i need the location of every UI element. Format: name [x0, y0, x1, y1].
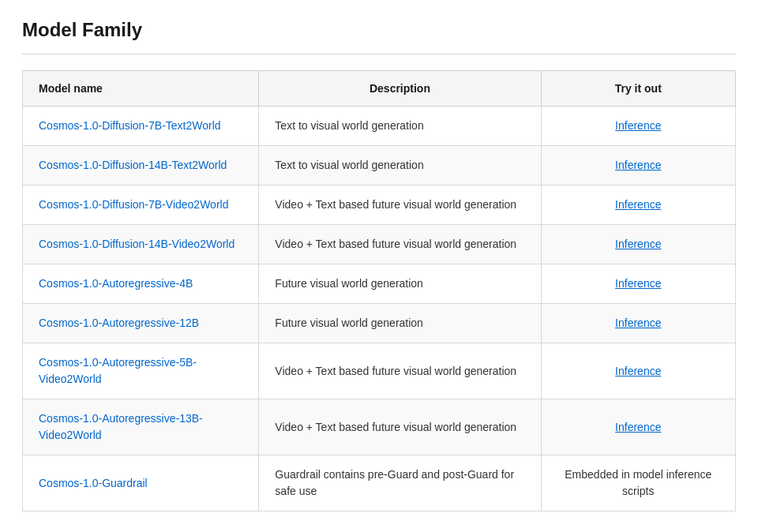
- model-name-link[interactable]: Cosmos-1.0-Diffusion-14B-Video2World: [39, 238, 235, 250]
- model-name-cell: Cosmos-1.0-Diffusion-14B-Video2World: [23, 225, 259, 264]
- try-it-out-cell: Inference: [541, 185, 735, 225]
- model-name-link[interactable]: Cosmos-1.0-Autoregressive-5B-Video2World: [39, 356, 197, 385]
- description-cell: Future visual world generation: [259, 264, 541, 304]
- inference-link[interactable]: Inference: [615, 365, 661, 377]
- model-name-cell: Cosmos-1.0-Autoregressive-5B-Video2World: [23, 343, 259, 399]
- description-header: Description: [259, 71, 541, 107]
- table-row: Cosmos-1.0-Autoregressive-13B-Video2Worl…: [23, 399, 736, 455]
- try-it-out-cell: Inference: [541, 146, 735, 185]
- try-it-out-header: Try it out: [541, 71, 735, 107]
- try-it-out-cell: Embedded in model inference scripts: [541, 455, 735, 511]
- try-it-out-cell: Inference: [541, 399, 735, 455]
- model-name-link[interactable]: Cosmos-1.0-Autoregressive-13B-Video2Worl…: [39, 412, 203, 441]
- table-row: Cosmos-1.0-Diffusion-7B-Video2WorldVideo…: [23, 185, 736, 225]
- try-it-out-cell: Inference: [541, 343, 735, 399]
- description-cell: Video + Text based future visual world g…: [259, 225, 541, 264]
- description-cell: Video + Text based future visual world g…: [259, 185, 541, 225]
- try-it-out-cell: Inference: [541, 107, 735, 146]
- model-name-link[interactable]: Cosmos-1.0-Autoregressive-12B: [39, 317, 199, 329]
- table-row: Cosmos-1.0-GuardrailGuardrail contains p…: [23, 455, 736, 511]
- table-row: Cosmos-1.0-Diffusion-14B-Text2WorldText …: [23, 146, 736, 185]
- inference-link[interactable]: Inference: [615, 198, 661, 211]
- model-family-table: Model name Description Try it out Cosmos…: [22, 70, 736, 511]
- description-cell: Video + Text based future visual world g…: [259, 343, 541, 399]
- model-name-link[interactable]: Cosmos-1.0-Diffusion-14B-Text2World: [39, 159, 227, 171]
- try-it-out-text: Embedded in model inference scripts: [565, 468, 711, 497]
- try-it-out-cell: Inference: [541, 264, 735, 304]
- inference-link[interactable]: Inference: [615, 317, 661, 329]
- model-name-cell: Cosmos-1.0-Diffusion-14B-Text2World: [23, 146, 259, 185]
- try-it-out-cell: Inference: [541, 304, 735, 343]
- model-name-cell: Cosmos-1.0-Diffusion-7B-Video2World: [23, 185, 259, 225]
- model-name-cell: Cosmos-1.0-Guardrail: [23, 455, 259, 511]
- inference-link[interactable]: Inference: [615, 238, 661, 250]
- model-name-cell: Cosmos-1.0-Autoregressive-12B: [23, 304, 259, 343]
- table-row: Cosmos-1.0-Autoregressive-5B-Video2World…: [23, 343, 736, 399]
- description-cell: Future visual world generation: [259, 304, 541, 343]
- description-cell: Text to visual world generation: [259, 146, 541, 185]
- inference-link[interactable]: Inference: [615, 159, 661, 171]
- model-name-link[interactable]: Cosmos-1.0-Guardrail: [39, 477, 148, 489]
- inference-link[interactable]: Inference: [615, 277, 661, 290]
- table-row: Cosmos-1.0-Diffusion-14B-Video2WorldVide…: [23, 225, 736, 264]
- model-name-cell: Cosmos-1.0-Autoregressive-13B-Video2Worl…: [23, 399, 259, 455]
- table-row: Cosmos-1.0-Autoregressive-12BFuture visu…: [23, 304, 736, 343]
- model-name-cell: Cosmos-1.0-Autoregressive-4B: [23, 264, 259, 304]
- model-name-link[interactable]: Cosmos-1.0-Diffusion-7B-Text2World: [39, 119, 221, 132]
- table-row: Cosmos-1.0-Autoregressive-4BFuture visua…: [23, 264, 736, 304]
- description-cell: Text to visual world generation: [259, 107, 541, 146]
- title-divider: [22, 54, 736, 54]
- table-body: Cosmos-1.0-Diffusion-7B-Text2WorldText t…: [23, 107, 736, 511]
- description-cell: Video + Text based future visual world g…: [259, 399, 541, 455]
- model-name-link[interactable]: Cosmos-1.0-Autoregressive-4B: [39, 277, 193, 290]
- model-name-header: Model name: [23, 71, 259, 107]
- model-name-cell: Cosmos-1.0-Diffusion-7B-Text2World: [23, 107, 259, 146]
- description-cell: Guardrail contains pre-Guard and post-Gu…: [259, 455, 541, 511]
- page-title: Model Family: [22, 19, 736, 41]
- table-header: Model name Description Try it out: [23, 71, 736, 107]
- model-name-link[interactable]: Cosmos-1.0-Diffusion-7B-Video2World: [39, 198, 228, 211]
- table-row: Cosmos-1.0-Diffusion-7B-Text2WorldText t…: [23, 107, 736, 146]
- try-it-out-cell: Inference: [541, 225, 735, 264]
- inference-link[interactable]: Inference: [615, 119, 661, 132]
- inference-link[interactable]: Inference: [615, 421, 661, 433]
